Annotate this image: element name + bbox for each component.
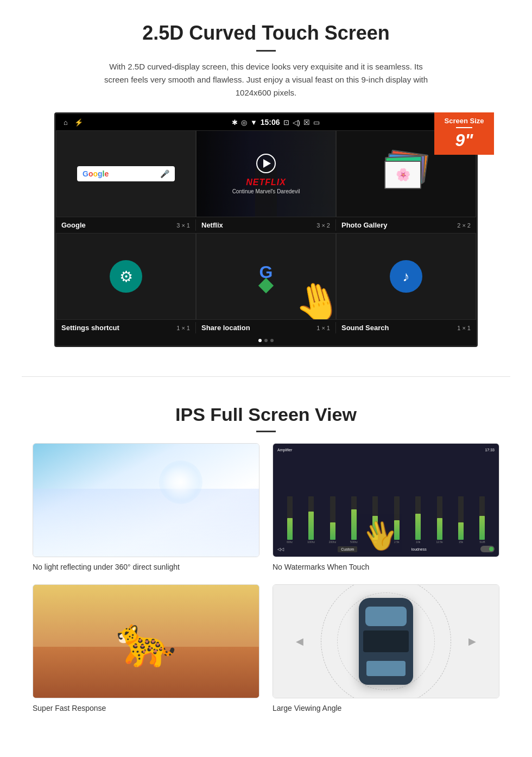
app-grid-top: Google 🎤 NETFLIX xyxy=(56,130,476,217)
amp-time: 17:33 xyxy=(485,448,495,452)
netflix-app-cell[interactable]: NETFLIX Continue Marvel's Daredevil xyxy=(196,130,336,217)
netflix-brand: NETFLIX xyxy=(246,178,286,187)
settings-label: Settings shortcut xyxy=(61,324,119,332)
cheetah-image: 🐆 xyxy=(33,584,259,698)
car-top-view xyxy=(359,598,413,685)
amp-loudness: loudness xyxy=(411,547,427,551)
google-logo: Google xyxy=(83,169,109,178)
sunlight-label: No light reflecting under 360° direct su… xyxy=(33,563,259,571)
feature-sunlight: No light reflecting under 360° direct su… xyxy=(33,443,259,571)
status-left-icons: ⌂ ⚡ xyxy=(64,118,83,127)
play-triangle-icon xyxy=(263,159,271,168)
badge-divider xyxy=(456,127,472,128)
settings-label-cell: Settings shortcut 1 × 1 xyxy=(56,322,196,333)
photo-card-4: 🌸 xyxy=(384,161,421,189)
status-bar: ⌂ ⚡ ✱ ◎ ▼ 15:06 ⊡ ◁) ☒ ▭ xyxy=(56,114,476,130)
netflix-size: 3 × 2 xyxy=(316,222,330,229)
settings-icon: ⚙ xyxy=(110,260,142,293)
netflix-overlay: NETFLIX Continue Marvel's Daredevil xyxy=(197,131,335,217)
amp-bar-100hz: 100hz xyxy=(301,496,321,544)
window-icon[interactable]: ▭ xyxy=(313,118,320,127)
amp-visual: Amplifier 17:33 60hz xyxy=(273,444,499,557)
dot-2[interactable] xyxy=(264,339,268,342)
google-app-cell[interactable]: Google 🎤 xyxy=(56,130,196,217)
amp-custom-button[interactable]: Custom xyxy=(338,546,357,552)
photo-label-cell: Photo Gallery 2 × 2 xyxy=(336,219,476,231)
amp-title: Amplifier xyxy=(277,448,292,452)
netflix-label: Netflix xyxy=(201,221,223,229)
cheetah-visual: 🐆 xyxy=(33,585,259,698)
car-trunk xyxy=(366,661,406,676)
loudness-toggle[interactable] xyxy=(480,546,495,552)
amp-bar-10k: 10k xyxy=(408,496,428,544)
camera-icon: ⊡ xyxy=(283,118,289,127)
google-search-bar[interactable]: Google 🎤 xyxy=(77,166,175,181)
amp-bar-500hz: 500hz xyxy=(344,496,364,544)
home-icon[interactable]: ⌂ xyxy=(64,118,68,127)
close-icon[interactable]: ☒ xyxy=(303,118,310,127)
page-dots xyxy=(56,336,476,345)
usb-icon: ⚡ xyxy=(74,118,83,127)
viewing-label: Large Viewing Angle xyxy=(273,704,499,712)
play-button[interactable] xyxy=(256,154,276,173)
hand-icon: 🤚 xyxy=(289,275,336,320)
settings-app-cell[interactable]: ⚙ xyxy=(56,233,196,320)
response-label: Super Fast Response xyxy=(33,704,259,712)
app-labels-top: Google 3 × 1 Netflix 3 × 2 Photo Gallery… xyxy=(56,217,476,233)
car-visual: ◀ ▶ xyxy=(273,585,499,698)
amp-bar-12k5: 12.5k xyxy=(429,496,449,544)
netflix-label-cell: Netflix 3 × 2 xyxy=(196,219,336,231)
page-divider xyxy=(22,376,510,377)
badge-size: 9" xyxy=(440,130,489,150)
section1-description: With 2.5D curved-display screen, this de… xyxy=(98,60,434,99)
photo-label: Photo Gallery xyxy=(341,221,388,229)
cheetah-icon: 🐆 xyxy=(116,613,176,670)
app-labels-bottom: Settings shortcut 1 × 1 Share location 1… xyxy=(56,320,476,336)
sound-search-cell[interactable]: ♪ xyxy=(336,233,476,320)
settings-size: 1 × 1 xyxy=(176,325,190,331)
sound-size: 1 × 1 xyxy=(457,325,471,331)
ips-screen-section: IPS Full Screen View No light reflecting… xyxy=(0,393,532,734)
photo-size: 2 × 2 xyxy=(457,222,471,229)
section2-title: IPS Full Screen View xyxy=(33,404,499,425)
google-size: 3 × 1 xyxy=(176,222,190,229)
share-label-cell: Share location 1 × 1 xyxy=(196,322,336,333)
wifi-icon: ▼ xyxy=(250,118,257,127)
flower-icon: 🌸 xyxy=(396,168,410,182)
watermarks-label: No Watermarks When Touch xyxy=(273,563,499,571)
amp-header: Amplifier 17:33 xyxy=(277,448,495,452)
sound-search-icon: ♪ xyxy=(390,260,422,293)
features-grid: No light reflecting under 360° direct su… xyxy=(33,443,499,712)
netflix-subtitle: Continue Marvel's Daredevil xyxy=(232,188,300,194)
feature-response: 🐆 Super Fast Response xyxy=(33,584,259,712)
car-image: ◀ ▶ xyxy=(273,584,499,698)
car-windshield xyxy=(365,607,407,626)
amp-bar-sub: SUB xyxy=(472,496,492,544)
dot-3[interactable] xyxy=(270,339,274,342)
bluetooth-icon: ✱ xyxy=(232,118,238,127)
voice-search-icon[interactable]: 🎤 xyxy=(160,169,169,178)
location-icon: ◎ xyxy=(241,118,247,127)
amp-bar-60hz: 60hz xyxy=(280,496,300,544)
car-roof xyxy=(363,630,409,652)
amp-bar-200hz: 200hz xyxy=(322,496,343,544)
google-label-cell: Google 3 × 1 xyxy=(56,219,196,231)
sky-visual xyxy=(33,444,259,557)
right-arrow-icon: ▶ xyxy=(468,635,476,647)
amplifier-image: Amplifier 17:33 60hz xyxy=(273,443,499,557)
amp-bar-15k: 15k xyxy=(451,496,471,544)
feature-watermarks: Amplifier 17:33 60hz xyxy=(273,443,499,571)
share-label: Share location xyxy=(201,324,250,332)
share-location-cell[interactable]: G 🤚 xyxy=(196,233,336,320)
sound-label-cell: Sound Search 1 × 1 xyxy=(336,322,476,333)
device-mockup: Screen Size 9" ⌂ ⚡ ✱ ◎ ▼ 15:06 ⊡ ◁) ☒ xyxy=(43,112,489,347)
android-screen: ⌂ ⚡ ✱ ◎ ▼ 15:06 ⊡ ◁) ☒ ▭ xyxy=(54,112,478,347)
amp-nav-icon: ◁◁ xyxy=(277,547,284,552)
section1-title: 2.5D Curved Touch Screen xyxy=(33,22,499,45)
curved-screen-section: 2.5D Curved Touch Screen With 2.5D curve… xyxy=(0,0,532,360)
section1-divider xyxy=(256,50,276,52)
feature-viewing: ◀ ▶ Large Viewing Angle xyxy=(273,584,499,712)
screen-size-badge: Screen Size 9" xyxy=(434,112,494,155)
time-display: 15:06 xyxy=(261,118,280,127)
dot-1[interactable] xyxy=(258,339,262,342)
